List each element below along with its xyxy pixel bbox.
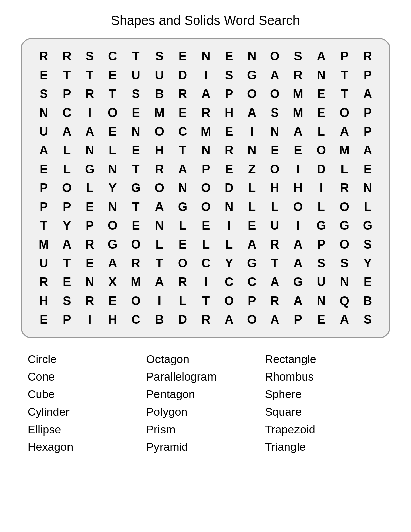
grid-cell: S (333, 254, 356, 273)
word-item: Pyramid (146, 439, 265, 454)
grid-cell: N (194, 47, 218, 66)
grid-cell: R (32, 273, 55, 292)
grid-cell: L (148, 235, 171, 254)
grid-cell: H (218, 103, 240, 122)
grid-cell: L (194, 235, 218, 254)
grid-cell: E (124, 103, 147, 122)
grid-cell: R (124, 254, 147, 273)
grid-cell: T (124, 160, 147, 179)
word-item: Rhombus (265, 369, 383, 384)
grid-cell: G (124, 179, 147, 197)
grid-cell: O (194, 197, 218, 216)
grid-cell: H (32, 292, 55, 310)
grid-cell: D (171, 66, 194, 85)
grid-cell: T (124, 197, 147, 216)
grid-cell: O (148, 179, 171, 197)
grid-cell: O (101, 216, 124, 235)
grid-cell: E (124, 216, 147, 235)
grid-cell: E (78, 197, 101, 216)
grid-cell: R (286, 66, 310, 85)
grid-cell: N (240, 47, 263, 66)
grid-cell: T (333, 85, 356, 103)
grid-cell: E (101, 122, 124, 141)
word-list: CircleConeCubeCylinderEllipseHexagon Oct… (21, 352, 390, 454)
grid-cell: N (310, 66, 333, 85)
grid-cell: A (101, 254, 124, 273)
grid-cell: I (218, 216, 240, 235)
grid-cell: A (240, 103, 263, 122)
grid-cell: R (78, 292, 101, 310)
grid-cell: D (218, 179, 240, 197)
grid-cell: O (124, 235, 147, 254)
grid-cell: C (240, 273, 263, 292)
grid-cell: I (194, 273, 218, 292)
grid-cell: E (263, 141, 286, 160)
grid-cell: L (171, 216, 194, 235)
grid-cell: E (32, 66, 55, 85)
grid-cell: I (286, 160, 310, 179)
grid-cell: E (310, 310, 333, 329)
grid-cell: O (333, 103, 356, 122)
word-item: Octagon (146, 352, 265, 366)
grid-cell: R (194, 310, 218, 329)
grid-cell: O (333, 235, 356, 254)
word-search-grid: RRSCTSENENOSAPRETTEUUDISGARNTPSPRTSBRAPO… (21, 38, 390, 338)
grid-cell: C (101, 47, 124, 66)
grid-cell: O (240, 310, 263, 329)
grid-cell: L (55, 141, 78, 160)
grid-cell: G (101, 235, 124, 254)
grid-cell: M (286, 85, 310, 103)
grid-cell: C (218, 273, 240, 292)
word-item: Triangle (265, 439, 383, 454)
grid-cell: G (171, 197, 194, 216)
grid-cell: E (32, 160, 55, 179)
grid-cell: N (310, 292, 333, 310)
grid-cell: I (310, 179, 333, 197)
grid-cell: Y (218, 254, 240, 273)
grid-cell: A (148, 197, 171, 216)
grid-cell: U (263, 216, 286, 235)
grid-cell: C (171, 122, 194, 141)
grid-cell: A (263, 66, 286, 85)
grid-cell: A (55, 122, 78, 141)
grid-cell: A (32, 141, 55, 160)
grid-cell: G (286, 273, 310, 292)
grid-cell: L (101, 141, 124, 160)
grid-cell: E (124, 141, 147, 160)
grid-cell: E (310, 103, 333, 122)
grid-cell: T (124, 47, 147, 66)
grid-cell: S (310, 254, 333, 273)
grid-cell: N (240, 141, 263, 160)
grid-cell: P (32, 179, 55, 197)
grid-cell: N (194, 141, 218, 160)
grid-cell: A (148, 273, 171, 292)
grid-cell: L (356, 197, 379, 216)
grid-cell: H (286, 179, 310, 197)
grid-cell: C (124, 310, 147, 329)
word-item: Prism (146, 422, 265, 437)
grid-cell: O (263, 160, 286, 179)
grid-cell: E (32, 310, 55, 329)
grid-cell: L (263, 197, 286, 216)
grid-cell: A (171, 160, 194, 179)
grid-cell: O (263, 85, 286, 103)
grid-cell: D (310, 160, 333, 179)
grid-cell: L (218, 235, 240, 254)
grid-cell: E (286, 141, 310, 160)
grid-cell: L (310, 122, 333, 141)
word-item: Cone (28, 369, 146, 384)
grid-cell: H (148, 141, 171, 160)
grid-cell: N (148, 216, 171, 235)
grid-cell: T (263, 254, 286, 273)
grid-cell: A (286, 122, 310, 141)
grid-cell: P (286, 310, 310, 329)
grid-cell: G (310, 216, 333, 235)
grid-cell: E (240, 216, 263, 235)
grid-cell: R (55, 47, 78, 66)
grid-cell: P (240, 292, 263, 310)
grid-cell: R (171, 85, 194, 103)
grid-cell: G (356, 216, 379, 235)
grid-cell: Z (240, 160, 263, 179)
word-item: Trapezoid (265, 422, 383, 437)
grid-cell: L (171, 292, 194, 310)
